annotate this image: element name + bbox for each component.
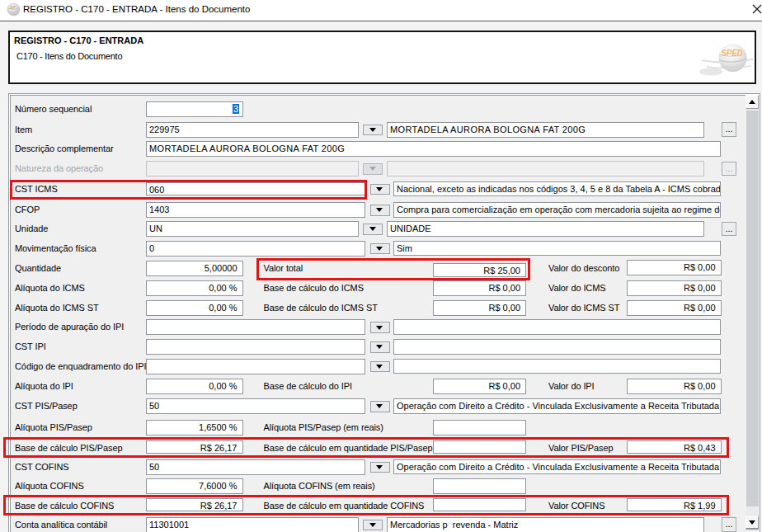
svg-text:SPED: SPED: [722, 49, 743, 58]
svg-text:SP: SP: [10, 5, 16, 10]
